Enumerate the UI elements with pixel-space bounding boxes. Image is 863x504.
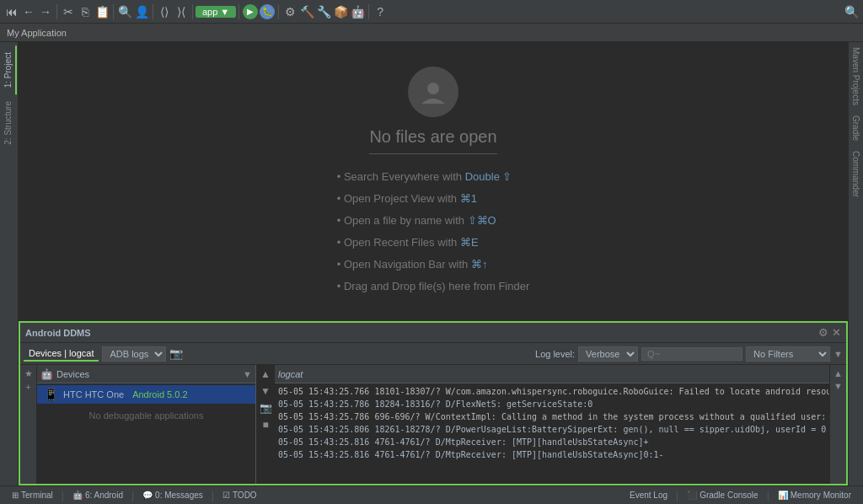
left-sidebar: 1: Project 2: Structure bbox=[0, 42, 19, 485]
toolbar-icon-build2[interactable]: 🔨 bbox=[299, 4, 314, 19]
toolbar-icon-back[interactable]: ⏮ bbox=[4, 4, 19, 19]
toolbar-sep-3 bbox=[153, 4, 153, 19]
log-level-select[interactable]: Verbose Debug Info Warn Error bbox=[578, 346, 638, 362]
devices-subheader: 🤖 Devices ▼ bbox=[37, 365, 255, 383]
adb-logs-select[interactable]: ADB logs bbox=[102, 346, 166, 362]
log-line-2: 05-05 15:43:25.786 18284-18316/? D/FlexN… bbox=[278, 398, 826, 410]
main-area: 1: Project 2: Structure No files are ope… bbox=[0, 42, 863, 485]
side-btn-up[interactable]: ▲ bbox=[258, 367, 273, 382]
hint-3: Open a file by name with ⇧⌘O bbox=[337, 210, 530, 232]
log-line-4: 05-05 15:43:25.806 18261-18278/? D/Power… bbox=[278, 423, 826, 436]
toolbar-icon-cut[interactable]: ✂ bbox=[61, 4, 76, 19]
editor-area: No files are open Search Everywhere with… bbox=[19, 42, 848, 321]
android-status-icon: 🤖 bbox=[72, 491, 83, 500]
app-selector-button[interactable]: app ▼ bbox=[196, 6, 236, 18]
device-item[interactable]: 📱 HTC HTC One Android 5.0.2 bbox=[37, 385, 255, 404]
content-area: No files are open Search Everywhere with… bbox=[19, 42, 848, 485]
filter-dropdown-icon[interactable]: ▼ bbox=[834, 349, 843, 359]
event-log-label: Event Log bbox=[630, 491, 667, 500]
search-everywhere-icon[interactable]: 🔍 bbox=[844, 4, 859, 19]
android-label: 6: Android bbox=[85, 491, 123, 500]
logcat-search-input[interactable] bbox=[641, 347, 742, 361]
toolbar-icon-build4[interactable]: 📦 bbox=[333, 4, 348, 19]
scroll-top-icon[interactable]: ▲ bbox=[834, 368, 843, 378]
run-button[interactable]: ▶ bbox=[243, 4, 258, 19]
app-title: My Application bbox=[7, 28, 67, 38]
side-btn-stop[interactable]: ■ bbox=[258, 417, 273, 432]
titlebar: My Application bbox=[0, 24, 863, 42]
no-files-icon bbox=[408, 67, 458, 117]
favorites-icon[interactable]: ★ bbox=[24, 368, 33, 379]
todo-icon: ☑ bbox=[222, 491, 230, 500]
device-action-icon[interactable]: ▼ bbox=[243, 369, 252, 379]
toolbar-icon-paste[interactable]: 📋 bbox=[94, 4, 110, 19]
close-icon[interactable]: ✕ bbox=[832, 326, 841, 339]
ddms-toolbar: Devices | logcat ADB logs 📷 Log level: V… bbox=[20, 343, 846, 365]
logcat-subheader: logcat bbox=[275, 365, 829, 383]
toolbar-icon-user[interactable]: 👤 bbox=[134, 4, 149, 19]
right-tab-commander[interactable]: Commander bbox=[850, 146, 862, 202]
log-line-3: 05-05 15:43:25.786 696-696/? W/ContextIm… bbox=[278, 410, 826, 423]
logcat-content[interactable]: 05-05 15:43:25.766 18101-18307/? W/com.a… bbox=[275, 383, 829, 484]
hint-1-key: Double ⇧ bbox=[465, 170, 512, 183]
devices-side-actions: ▲ ▼ 📷 ■ bbox=[256, 365, 275, 484]
memory-monitor-label: Memory Monitor bbox=[791, 491, 851, 500]
side-btn-camera[interactable]: 📷 bbox=[258, 400, 273, 416]
status-tab-terminal[interactable]: ⊞ Terminal bbox=[5, 489, 60, 501]
no-files-hints: Search Everywhere with Double ⇧ Open Pro… bbox=[337, 166, 530, 298]
log-line-6: 05-05 15:43:25.816 4761-4761/? D/MtpRece… bbox=[278, 448, 826, 461]
add-icon[interactable]: + bbox=[25, 382, 30, 392]
right-sidebar: Maven Projects Gradle Commander bbox=[848, 42, 863, 485]
todo-label: TODO bbox=[233, 491, 257, 500]
debug-button[interactable]: 🐛 bbox=[260, 4, 275, 19]
toolbar-icon-android[interactable]: 🤖 bbox=[350, 4, 365, 19]
toolbar-icon-find[interactable]: 🔍 bbox=[117, 4, 132, 19]
svg-point-0 bbox=[427, 83, 439, 94]
toolbar-icon-redo[interactable]: → bbox=[38, 4, 53, 19]
side-btn-down[interactable]: ▼ bbox=[258, 383, 273, 399]
logcat-title: logcat bbox=[278, 369, 303, 379]
toolbar-icon-copy[interactable]: ⎘ bbox=[78, 4, 93, 19]
filter-select[interactable]: No Filters bbox=[746, 346, 830, 362]
logcat-panel: logcat 05-05 15:43:25.766 18101-18307/? … bbox=[275, 365, 829, 484]
status-tab-messages[interactable]: 💬 0: Messages bbox=[136, 489, 210, 501]
right-tab-maven[interactable]: Maven Projects bbox=[850, 42, 862, 110]
toolbar-icon-nav1[interactable]: ⟨⟩ bbox=[157, 4, 172, 19]
toolbar-icon-build3[interactable]: 🔧 bbox=[316, 4, 331, 19]
devices-subheader-title: 🤖 Devices bbox=[40, 368, 89, 380]
status-event-log[interactable]: Event Log bbox=[623, 489, 674, 501]
scroll-bottom-icon[interactable]: ▼ bbox=[834, 381, 843, 391]
android-small-icon: 🤖 bbox=[40, 368, 53, 380]
toolbar-sep-1 bbox=[56, 4, 57, 19]
toolbar-icon-nav2[interactable]: ⟩⟨ bbox=[174, 4, 189, 19]
status-tab-todo[interactable]: ☑ TODO bbox=[216, 489, 264, 501]
status-gradle-console[interactable]: ⬛ Gradle Console bbox=[680, 489, 764, 501]
sidebar-label-structure: 2: Structure bbox=[3, 101, 13, 145]
tab-devices-logcat[interactable]: Devices | logcat bbox=[24, 346, 99, 362]
hint-4-key: ⌘E bbox=[460, 236, 479, 249]
toolbar-icon-screenshot[interactable]: 📷 bbox=[169, 347, 183, 360]
gradle-label: Gradle bbox=[851, 115, 860, 141]
commander-label: Commander bbox=[851, 151, 860, 197]
no-debuggable-text: No debuggable applications bbox=[37, 404, 255, 427]
sidebar-item-project[interactable]: 1: Project bbox=[1, 46, 17, 94]
messages-label: 0: Messages bbox=[155, 491, 203, 500]
device-name: HTC HTC One bbox=[63, 389, 124, 399]
help-icon[interactable]: ? bbox=[373, 4, 388, 19]
gradle-console-label: Gradle Console bbox=[700, 491, 758, 500]
sidebar-item-structure[interactable]: 2: Structure bbox=[1, 94, 17, 152]
toolbar-icon-build1[interactable]: ⚙ bbox=[282, 4, 297, 19]
maven-label: Maven Projects bbox=[851, 47, 860, 105]
gear-icon[interactable]: ⚙ bbox=[818, 326, 828, 339]
toolbar-icon-undo[interactable]: ← bbox=[21, 4, 36, 19]
status-tab-android[interactable]: 🤖 6: Android bbox=[66, 489, 130, 501]
hint-3-key: ⇧⌘O bbox=[468, 214, 496, 227]
gradle-console-icon: ⬛ bbox=[687, 491, 697, 500]
terminal-icon: ⊞ bbox=[12, 491, 19, 500]
terminal-label: Terminal bbox=[21, 491, 53, 500]
hint-4-text: Open Recent Files with bbox=[344, 236, 460, 249]
status-memory-monitor[interactable]: 📊 Memory Monitor bbox=[771, 489, 858, 501]
hint-5: Open Navigation Bar with ⌘↑ bbox=[337, 254, 530, 276]
right-tab-gradle[interactable]: Gradle bbox=[850, 110, 862, 146]
hint-2-key: ⌘1 bbox=[460, 192, 477, 205]
